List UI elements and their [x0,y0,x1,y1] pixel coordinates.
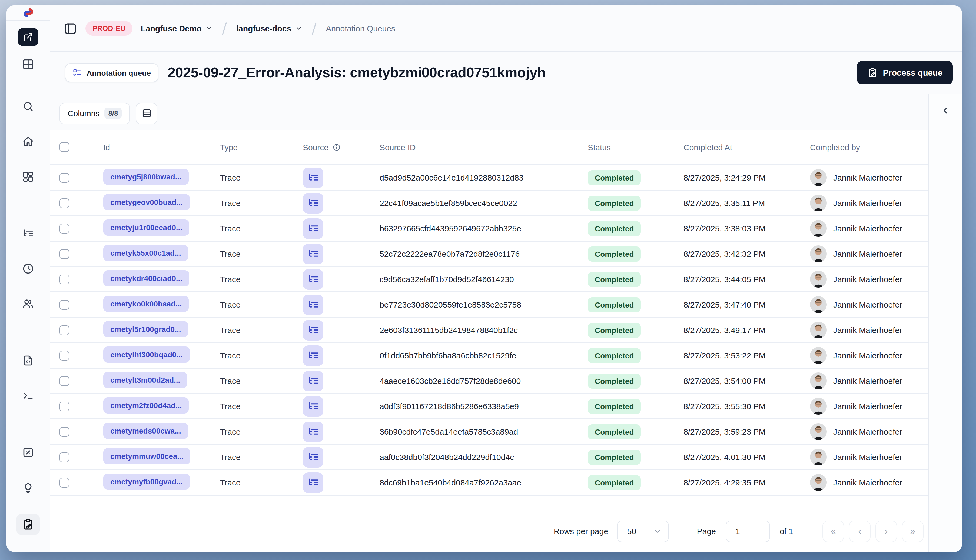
row-checkbox[interactable] [60,249,69,258]
column-header-completed-at[interactable]: Completed At [684,142,810,152]
sidebar-item-evaluation[interactable] [18,443,38,461]
table-row[interactable]: cmetymmuw00cea... Trace aaf0c38db0f3f204… [50,445,928,470]
row-type-cell: Trace [220,427,303,436]
table-row[interactable]: cmetymyfb00gvad... Trace 8dc69b1ba1e540b… [50,470,928,496]
sidebar-item-insights[interactable] [18,478,38,496]
sidebar-item-playground[interactable] [18,387,38,404]
sidebar-item-dashboards[interactable] [18,168,38,185]
row-height-button[interactable] [136,102,158,124]
breadcrumb-org[interactable]: Langfuse Demo [141,24,212,33]
trace-link-button[interactable] [303,193,324,213]
trace-link-button[interactable] [303,396,324,417]
column-header-source-id[interactable]: Source ID [380,142,588,152]
table-row[interactable]: cmetyk55x00c1ad... Trace 52c72c2222ea78e… [50,242,928,267]
trace-link-button[interactable] [303,345,324,366]
clipboard-pen-icon [867,68,877,78]
trace-link-button[interactable] [303,422,324,442]
trace-link-button[interactable] [303,447,324,467]
column-header-completed-by[interactable]: Completed by [810,142,928,152]
row-checkbox[interactable] [60,402,69,411]
sidebar-item-users[interactable] [18,295,38,312]
trace-link-button[interactable] [303,370,324,391]
row-checkbox[interactable] [60,325,69,335]
sidebar-toggle-button[interactable] [63,22,77,35]
table-row[interactable]: cmetym2fz00d4ad... Trace a0df3f901167218… [50,394,928,420]
sidebar-item-tracing[interactable] [18,224,38,242]
row-id-cell: cmetyl5r100grad0... [103,321,220,339]
column-header-id[interactable]: Id [103,142,220,152]
open-external-button[interactable] [18,28,38,46]
trace-link-button[interactable] [303,320,324,340]
sidebar-item-views[interactable] [18,55,38,73]
item-id-badge[interactable]: cmetygeov00buad... [103,194,190,210]
item-id-badge[interactable]: cmetyl5r100grad0... [103,321,188,337]
item-id-badge[interactable]: cmetyk55x00c1ad... [103,245,188,261]
table-row[interactable]: cmetyko0k00bsad... Trace be7723e30d80205… [50,292,928,318]
rows-per-page-select[interactable]: 50 [617,520,669,542]
column-header-status[interactable]: Status [588,142,684,152]
item-id-badge[interactable]: cmetyko0k00bsad... [103,295,189,312]
trace-link-button[interactable] [303,472,324,493]
sidebar-item-search[interactable] [18,97,38,115]
table-row[interactable]: cmetylt3m00d2ad... Trace 4aaece1603cb2e1… [50,368,928,394]
item-id-badge[interactable]: cmetymmuw00cea... [103,448,190,464]
first-page-button[interactable]: « [823,520,844,542]
item-id-badge[interactable]: cmetyg5j800bwad... [103,168,189,185]
row-checkbox[interactable] [60,376,69,386]
row-checkbox[interactable] [60,198,69,208]
sidebar-item-sessions[interactable] [18,260,38,277]
row-checkbox[interactable] [60,350,69,360]
row-checkbox[interactable] [60,452,69,462]
process-queue-button[interactable]: Process queue [857,61,953,84]
item-id-badge[interactable]: cmetymeds00cwa... [103,422,188,438]
item-id-badge[interactable]: cmetym2fz00d4ad... [103,397,189,413]
previous-page-button[interactable]: ‹ [849,520,871,542]
trace-link-button[interactable] [303,269,324,290]
table-row[interactable]: cmetyju1r00ccad0... Trace b63297665cfd44… [50,216,928,242]
page-number-input[interactable] [726,520,770,542]
row-checkbox[interactable] [60,274,69,284]
row-source-id-cell: 22c41f09acae5b1ef859bcec45ce0022 [380,198,588,208]
sidebar-item-annotation-queues[interactable] [16,513,40,535]
table-row[interactable]: cmetygeov00buad... Trace 22c41f09acae5b1… [50,191,928,216]
completed-by-name: Jannik Maierhoefer [833,427,902,436]
avatar-image [810,347,827,364]
column-header-type[interactable]: Type [220,142,303,152]
langfuse-logo[interactable] [7,5,50,20]
select-all-checkbox[interactable] [60,142,69,152]
page-header: Annotation queue 2025-09-27_Error-Analys… [50,52,962,93]
item-id-badge[interactable]: cmetyju1r00ccad0... [103,219,189,235]
row-status-cell: Completed [588,195,684,210]
expand-panel-button[interactable] [938,102,954,118]
trace-link-button[interactable] [303,294,324,315]
row-checkbox[interactable] [60,427,69,437]
trace-link-button[interactable] [303,243,324,264]
row-checkbox[interactable] [60,173,69,182]
trace-link-button[interactable] [303,167,324,188]
row-checkbox[interactable] [60,478,69,487]
sidebar-item-prompts[interactable] [18,352,38,369]
table-row[interactable]: cmetyg5j800bwad... Trace d5ad9d52a00c6e1… [50,165,928,191]
completed-by-avatar [810,398,827,415]
rows-icon [142,108,152,118]
item-id-badge[interactable]: cmetymyfb00gvad... [103,473,190,490]
list-tree-icon [22,227,34,239]
status-badge: Completed [588,398,641,414]
table-row[interactable]: cmetylht300bqad0... Trace 0f1dd65b7bb9bf… [50,343,928,368]
item-id-badge[interactable]: cmetylt3m00d2ad... [103,372,187,388]
trace-link-button[interactable] [303,218,324,238]
last-page-button[interactable]: » [902,520,924,542]
row-id-cell: cmetygeov00buad... [103,194,220,212]
table-row[interactable]: cmetykdr400ciad0... Trace c9d56ca32efaff… [50,267,928,292]
item-id-badge[interactable]: cmetykdr400ciad0... [103,270,189,286]
columns-button[interactable]: Columns 8/8 [60,102,130,124]
breadcrumb-project[interactable]: langfuse-docs [236,24,302,33]
sidebar-item-home[interactable] [18,132,38,150]
next-page-button[interactable]: › [876,520,897,542]
row-checkbox[interactable] [60,300,69,310]
column-header-source[interactable]: Source [303,142,380,152]
row-checkbox[interactable] [60,223,69,233]
table-row[interactable]: cmetymeds00cwa... Trace 36b90cdfc47e5da1… [50,420,928,445]
item-id-badge[interactable]: cmetylht300bqad0... [103,346,190,362]
table-row[interactable]: cmetyl5r100grad0... Trace 2e603f31361115… [50,318,928,343]
